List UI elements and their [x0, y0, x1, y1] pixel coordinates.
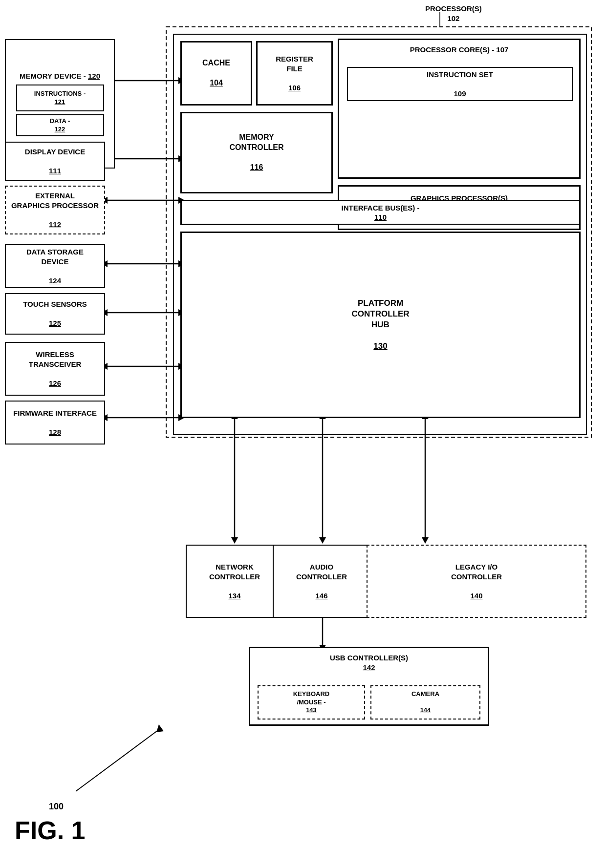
ref-100-label: 100: [49, 801, 64, 812]
register-file-box: REGISTER FILE 106: [257, 42, 332, 105]
diagram: MEMORY DEVICE - 120 INSTRUCTIONS - 121 D…: [0, 0, 606, 868]
keyboard-mouse-box: KEYBOARD /MOUSE - 143: [258, 685, 365, 720]
data-storage-box: DATA STORAGE DEVICE 124: [5, 244, 105, 288]
ext-graphics-box: EXTERNAL GRAPHICS PROCESSOR 112: [5, 186, 105, 234]
wireless-box: WIRELESS TRANSCEIVER 126: [5, 342, 105, 396]
instructions-box: INSTRUCTIONS - 121: [16, 85, 104, 111]
network-ctrl-box: NETWORK CONTROLLER 134: [186, 545, 283, 618]
interface-bus-box: INTERFACE BUS(ES) - 110: [181, 200, 580, 225]
cache-box: CACHE 104: [181, 42, 252, 105]
svg-marker-34: [231, 537, 238, 544]
audio-ctrl-box: AUDIO CONTROLLER 146: [273, 545, 370, 618]
instruction-set-box: INSTRUCTION SET 109: [347, 67, 573, 101]
svg-marker-48: [156, 724, 164, 732]
proc-cores-box: PROCESSOR CORE(S) - 107 INSTRUCTION SET …: [338, 39, 580, 178]
firmware-box: FIRMWARE INTERFACE 128: [5, 401, 105, 445]
memory-device-label: MEMORY DEVICE - 120: [20, 71, 100, 81]
svg-marker-37: [319, 537, 326, 544]
svg-line-47: [76, 728, 161, 791]
data-box: DATA - 122: [16, 114, 104, 136]
platform-hub-box: PLATFORM CONTROLLER HUB 130: [181, 232, 580, 418]
memory-controller-box: MEMORY CONTROLLER 116: [181, 112, 332, 193]
camera-box: CAMERA 144: [370, 685, 480, 720]
processors-label: PROCESSOR(S) 102: [425, 4, 482, 23]
figure-label: FIG. 1: [15, 816, 85, 845]
svg-marker-40: [422, 537, 429, 544]
display-device-box: DISPLAY DEVICE 111: [5, 142, 105, 181]
usb-ctrl-box: USB CONTROLLER(S) 142 KEYBOARD /MOUSE - …: [249, 647, 489, 725]
touch-sensors-box: TOUCH SENSORS 125: [5, 293, 105, 335]
legacy-io-box: LEGACY I/O CONTROLLER 140: [367, 545, 586, 618]
